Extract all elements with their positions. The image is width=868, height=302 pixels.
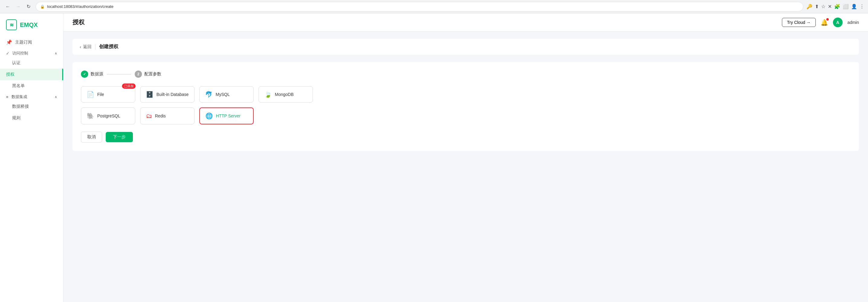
user-name: admin	[847, 20, 859, 25]
step2-label: 配置参数	[144, 72, 161, 77]
back-arrow-icon: ‹	[80, 45, 81, 49]
forward-button[interactable]: →	[14, 2, 22, 11]
back-label: 返回	[83, 44, 92, 50]
content-area: ‹ 返回 创建授权 ✓ 数据源 2 配置参数	[63, 31, 868, 302]
sidebar-label-data: 数据集成	[11, 94, 27, 100]
lock-icon: 🔒	[40, 4, 45, 9]
sidebar-label-access: 访问控制	[12, 51, 28, 56]
extension-icon[interactable]: ✕	[828, 4, 832, 9]
step-2: 2 配置参数	[135, 71, 161, 78]
file-icon: 📄	[87, 91, 94, 98]
sidebar-item-rules[interactable]: 规则	[0, 112, 63, 124]
postgresql-icon: 🐘	[87, 112, 94, 119]
create-title: 创建授权	[99, 44, 118, 50]
ds-builtin-label: Built-in Database	[156, 92, 189, 97]
ds-redis-label: Redis	[155, 113, 166, 118]
reload-button[interactable]: ↻	[24, 2, 33, 11]
ds-postgresql[interactable]: 🐘 PostgreSQL	[81, 107, 135, 125]
sidebar: ≋ EMQX 📌 主题订阅 ✓ 访问控制 ∧ 认证 授权 黑名单 ≡ 数据集成 …	[0, 13, 63, 302]
try-cloud-button[interactable]: Try Cloud →	[782, 18, 816, 27]
steps-container: ✓ 数据源 2 配置参数	[81, 71, 850, 78]
chevron-icon: ∧	[55, 51, 57, 55]
nav-divider	[95, 44, 95, 50]
url-text: localhost:18083/#/authorization/create	[47, 4, 114, 9]
topic-icon: 📌	[6, 39, 12, 45]
next-button[interactable]: 下一步	[106, 132, 133, 142]
mysql-icon: 🐬	[205, 91, 213, 98]
sidebar-item-blacklist[interactable]: 黑名单	[0, 80, 63, 92]
user-avatar: A	[833, 18, 843, 27]
ds-http-label: HTTP Server	[216, 113, 240, 118]
browser-nav: ← → ↻	[4, 2, 33, 11]
cancel-button[interactable]: 取消	[81, 132, 102, 142]
ds-mysql-label: MySQL	[216, 92, 230, 97]
address-bar[interactable]: 🔒 localhost:18083/#/authorization/create	[36, 2, 803, 11]
sidebar-item-authorization[interactable]: 授权	[0, 69, 63, 80]
puzzle-icon[interactable]: 🧩	[834, 4, 840, 9]
main-card: ✓ 数据源 2 配置参数 已添加 📄 File	[72, 62, 859, 151]
header-actions: Try Cloud → 🔔 A admin	[782, 18, 859, 27]
step-connector	[107, 74, 131, 75]
back-link[interactable]: ‹ 返回	[80, 44, 92, 50]
window-icon[interactable]: ⬜	[843, 4, 849, 9]
main-content: 授权 Try Cloud → 🔔 A admin ‹ 返回 创建授权	[63, 13, 868, 302]
sidebar-item-data-bridge[interactable]: 数据桥接	[0, 101, 63, 112]
app-container: ≋ EMQX 📌 主题订阅 ✓ 访问控制 ∧ 认证 授权 黑名单 ≡ 数据集成 …	[0, 13, 868, 302]
sidebar-label-topic: 主题订阅	[15, 39, 32, 45]
ds-mongodb-label: MongoDB	[275, 92, 293, 97]
sidebar-item-authentication[interactable]: 认证	[0, 57, 63, 69]
star-icon[interactable]: ☆	[821, 4, 826, 9]
notification-dot	[826, 18, 829, 21]
sidebar-label-bridge: 数据桥接	[12, 104, 29, 109]
step1-label: 数据源	[91, 72, 103, 77]
sidebar-item-access-control[interactable]: ✓ 访问控制 ∧	[0, 48, 63, 57]
redis-icon: 🗂	[146, 113, 152, 119]
logo-icon: ≋	[6, 19, 17, 30]
back-button[interactable]: ←	[4, 2, 12, 11]
browser-chrome: ← → ↻ 🔒 localhost:18083/#/authorization/…	[0, 0, 868, 13]
added-badge: 已添加	[122, 84, 135, 89]
data-icon: ≡	[6, 95, 8, 99]
notification-container: 🔔	[820, 19, 828, 26]
ds-http[interactable]: 🌐 HTTP Server	[199, 107, 254, 125]
sidebar-logo: ≋ EMQX	[0, 18, 63, 36]
ds-mongodb[interactable]: 🍃 MongoDB	[258, 86, 313, 103]
sidebar-label-auth: 认证	[12, 60, 21, 66]
share-icon[interactable]: ⬆	[815, 4, 819, 9]
ds-mysql[interactable]: 🐬 MySQL	[199, 86, 254, 103]
sidebar-label-authorization: 授权	[6, 72, 14, 77]
check-icon: ✓	[6, 51, 9, 56]
top-header: 授权 Try Cloud → 🔔 A admin	[63, 13, 868, 31]
menu-icon[interactable]: ⋮	[860, 4, 864, 9]
data-chevron-icon: ∧	[55, 95, 57, 99]
datasource-grid: 已添加 📄 File 🗄️ Built-in Database 🐬 MySQL	[81, 86, 850, 125]
mongodb-icon: 🍃	[264, 91, 272, 98]
ds-file-label: File	[97, 92, 104, 97]
http-icon: 🌐	[205, 112, 213, 119]
key-icon[interactable]: 🔑	[806, 4, 812, 9]
back-nav: ‹ 返回 创建授权	[72, 39, 859, 55]
profile-icon[interactable]: 👤	[851, 4, 857, 9]
sidebar-label-blacklist: 黑名单	[12, 83, 25, 89]
sidebar-item-data-integration[interactable]: ≡ 数据集成 ∧	[0, 92, 63, 101]
ds-postgresql-label: PostgreSQL	[97, 113, 120, 118]
ds-file[interactable]: 已添加 📄 File	[81, 86, 135, 103]
step2-circle: 2	[135, 71, 142, 78]
step-1: ✓ 数据源	[81, 71, 103, 78]
page-title: 授权	[72, 18, 85, 26]
step1-circle: ✓	[81, 71, 88, 78]
sidebar-label-rules: 规则	[12, 115, 21, 121]
builtin-icon: 🗄️	[146, 91, 153, 98]
logo-text: EMQX	[20, 22, 38, 28]
sidebar-item-topic-subscription[interactable]: 📌 主题订阅	[0, 36, 63, 48]
action-buttons: 取消 下一步	[81, 132, 850, 142]
ds-builtin[interactable]: 🗄️ Built-in Database	[140, 86, 194, 103]
ds-redis[interactable]: 🗂 Redis	[140, 107, 194, 125]
browser-actions: 🔑 ⬆ ☆ ✕ 🧩 ⬜ 👤 ⋮	[806, 4, 864, 9]
